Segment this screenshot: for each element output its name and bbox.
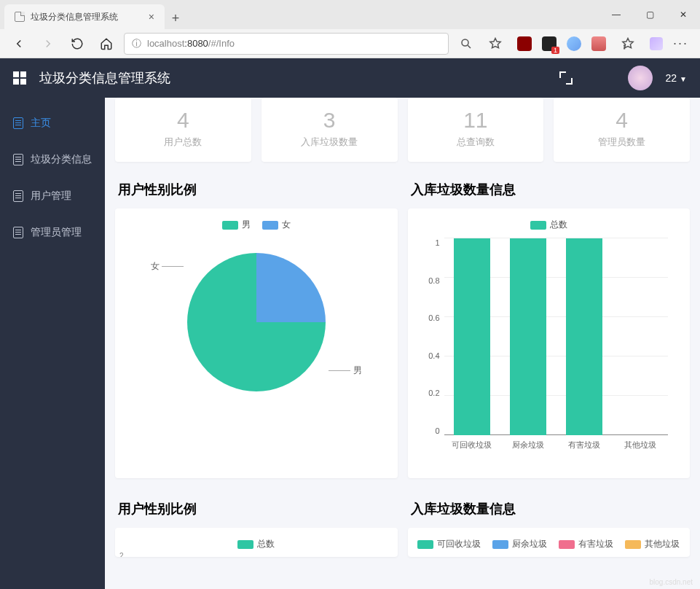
bar xyxy=(454,238,490,435)
stat-card-admins: 4 管理员数量 xyxy=(554,98,690,162)
pie-graphic: 女 男 xyxy=(187,253,326,391)
favorite-icon[interactable] xyxy=(484,32,507,55)
chart-preview-pie2: 总数 2 xyxy=(115,528,398,557)
stat-label: 入库垃圾数量 xyxy=(261,136,398,149)
favorites-list-icon[interactable] xyxy=(616,32,640,55)
browser-titlebar: 垃圾分类信息管理系统 × + — ▢ ✕ xyxy=(0,0,700,29)
browser-address-bar: ⓘ localhost:8080/#/Info 1 ··· xyxy=(0,29,700,58)
extension-strip: 1 ··· xyxy=(513,32,693,55)
section-title-pie2: 用户性别比例 xyxy=(115,500,398,518)
stat-value: 4 xyxy=(115,108,251,133)
new-tab-button[interactable]: + xyxy=(165,7,186,29)
app-title: 垃圾分类信息管理系统 xyxy=(39,69,170,87)
watermark: blog.csdn.net xyxy=(650,578,693,586)
sidebar: 主页 垃圾分类信息 用户管理 管理员管理 xyxy=(0,98,105,589)
bar-chart: 总数 1 0.8 0.6 0.4 0.2 0 xyxy=(408,208,691,478)
fullscreen-icon[interactable] xyxy=(559,71,573,85)
sidebar-item-label: 管理员管理 xyxy=(31,226,82,239)
browser-tab[interactable]: 垃圾分类信息管理系统 × xyxy=(4,4,165,29)
forward-button[interactable] xyxy=(36,32,60,55)
ublock-icon[interactable] xyxy=(517,36,532,51)
x-axis: 可回收垃圾 厨余垃圾 有害垃圾 其他垃圾 xyxy=(444,440,669,457)
window-controls: — ▢ ✕ xyxy=(599,0,700,29)
app-header: 垃圾分类信息管理系统 22▼ xyxy=(0,58,700,98)
small-value: 2 xyxy=(119,552,124,557)
refresh-button[interactable] xyxy=(66,32,89,55)
stat-card-queries: 11 总查询数 xyxy=(408,98,544,162)
minimize-button[interactable]: — xyxy=(599,0,633,29)
info-icon[interactable]: ⓘ xyxy=(132,37,141,50)
file-icon xyxy=(15,12,25,22)
chart-preview-bar2: 可回收垃圾 厨余垃圾 有害垃圾 其他垃圾 xyxy=(408,528,691,557)
profile-icon[interactable] xyxy=(650,37,663,50)
search-icon[interactable] xyxy=(455,32,478,55)
extension-icon-3[interactable] xyxy=(591,36,606,51)
bar-area: 1 0.8 0.6 0.4 0.2 0 xyxy=(444,238,669,457)
stat-value: 11 xyxy=(408,108,544,133)
section-title-pie: 用户性别比例 xyxy=(115,181,398,198)
stat-card-users: 4 用户总数 xyxy=(115,98,251,162)
y-axis: 1 0.8 0.6 0.4 0.2 0 xyxy=(418,238,440,435)
doc-icon xyxy=(13,190,23,202)
avatar[interactable] xyxy=(628,66,653,90)
stat-value: 3 xyxy=(261,108,398,133)
doc-icon xyxy=(13,227,23,238)
sidebar-item-user-mgmt[interactable]: 用户管理 xyxy=(0,178,105,214)
user-dropdown[interactable]: 22▼ xyxy=(666,72,687,84)
close-tab-icon[interactable]: × xyxy=(149,11,154,23)
home-button[interactable] xyxy=(95,32,118,55)
menu-toggle-icon[interactable] xyxy=(13,71,26,85)
stat-value: 4 xyxy=(554,108,690,133)
maximize-button[interactable]: ▢ xyxy=(633,0,666,29)
close-window-button[interactable]: ✕ xyxy=(666,0,700,29)
main-content[interactable]: 4 用户总数 3 入库垃圾数量 11 总查询数 4 管理员数量 用户性别比例 xyxy=(105,98,700,589)
doc-icon xyxy=(13,154,23,165)
sidebar-item-home[interactable]: 主页 xyxy=(0,105,105,141)
bar xyxy=(510,238,546,435)
url-text: localhost:8080/#/Info xyxy=(147,38,235,49)
stat-card-garbage: 3 入库垃圾数量 xyxy=(261,98,398,162)
pie-legend: 男 女 xyxy=(122,219,390,231)
url-input[interactable]: ⓘ localhost:8080/#/Info xyxy=(124,33,449,55)
stat-label: 管理员数量 xyxy=(554,136,690,149)
bar xyxy=(566,238,602,435)
doc-icon xyxy=(13,117,23,129)
back-button[interactable] xyxy=(7,32,31,55)
section-title-bar: 入库垃圾数量信息 xyxy=(408,181,691,198)
sidebar-item-garbage-info[interactable]: 垃圾分类信息 xyxy=(0,141,105,178)
more-menu-icon[interactable]: ··· xyxy=(673,36,688,51)
stat-label: 总查询数 xyxy=(408,136,544,149)
sidebar-item-label: 垃圾分类信息 xyxy=(31,153,92,166)
notification-badge: 1 xyxy=(551,47,559,54)
chevron-down-icon: ▼ xyxy=(680,75,687,83)
bar-legend: 总数 xyxy=(415,219,683,231)
pie-chart: 男 女 女 男 xyxy=(115,208,398,478)
tab-title: 垃圾分类信息管理系统 xyxy=(31,11,118,23)
extension-icon[interactable]: 1 xyxy=(542,36,557,51)
sidebar-item-label: 用户管理 xyxy=(31,190,71,203)
extension-icon-2[interactable] xyxy=(567,36,581,51)
sidebar-item-admin-mgmt[interactable]: 管理员管理 xyxy=(0,214,105,251)
sidebar-item-label: 主页 xyxy=(31,117,51,130)
section-title-bar2: 入库垃圾数量信息 xyxy=(408,500,691,518)
svg-point-0 xyxy=(462,39,468,46)
stats-row: 4 用户总数 3 入库垃圾数量 11 总查询数 4 管理员数量 xyxy=(105,98,700,162)
stat-label: 用户总数 xyxy=(115,136,251,149)
